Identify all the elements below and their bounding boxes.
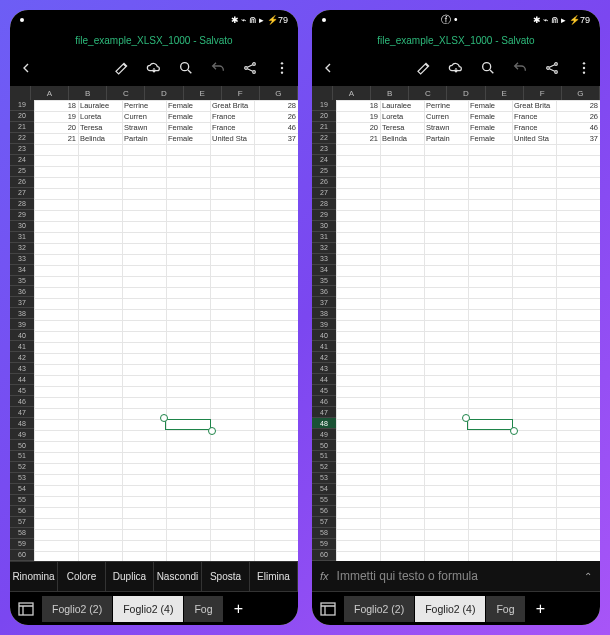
row-header[interactable]: 40 <box>10 330 34 341</box>
row-header[interactable]: 28 <box>10 199 34 210</box>
cell[interactable]: France <box>512 122 556 133</box>
row-header[interactable]: 42 <box>312 352 336 363</box>
col-header[interactable]: F <box>524 86 562 100</box>
select-all-corner[interactable] <box>10 86 31 100</box>
row-header[interactable]: 21 <box>312 122 336 133</box>
ctx-move[interactable]: Sposta <box>202 562 250 591</box>
cell[interactable]: Female <box>468 100 512 111</box>
cell[interactable]: Female <box>166 100 210 111</box>
row-header[interactable]: 50 <box>312 440 336 451</box>
add-sheet-button[interactable]: + <box>526 592 556 626</box>
tab-sheet[interactable]: Fog <box>486 596 524 622</box>
row-header[interactable]: 55 <box>10 495 34 506</box>
cell[interactable]: France <box>210 111 254 122</box>
row-header[interactable]: 28 <box>312 199 336 210</box>
row-header[interactable]: 46 <box>10 396 34 407</box>
cell[interactable]: Great Brita <box>512 100 556 111</box>
row-header[interactable]: 25 <box>10 166 34 177</box>
cell[interactable]: 26 <box>556 111 600 122</box>
cell[interactable]: Teresa <box>380 122 424 133</box>
row-header[interactable]: 35 <box>312 276 336 287</box>
cell[interactable]: 18 <box>34 100 78 111</box>
ctx-duplicate[interactable]: Duplica <box>106 562 154 591</box>
row-header[interactable]: 40 <box>312 330 336 341</box>
row-header[interactable]: 59 <box>312 539 336 550</box>
row-header[interactable]: 51 <box>10 451 34 462</box>
cell[interactable]: Loreta <box>78 111 122 122</box>
row-header[interactable]: 59 <box>10 539 34 550</box>
cell[interactable]: Curren <box>122 111 166 122</box>
ctx-color[interactable]: Colore <box>58 562 106 591</box>
row-header[interactable]: 49 <box>312 429 336 440</box>
cell[interactable]: 46 <box>254 122 298 133</box>
tab-sheet[interactable]: Foglio2 (4) <box>113 596 183 622</box>
row-header[interactable]: 47 <box>10 407 34 418</box>
col-header[interactable]: E <box>184 86 222 100</box>
ctx-hide[interactable]: Nascondi <box>154 562 202 591</box>
cell[interactable]: 37 <box>556 133 600 144</box>
sheets-icon[interactable] <box>10 602 42 616</box>
cell[interactable]: Female <box>166 122 210 133</box>
row-header[interactable]: 57 <box>10 517 34 528</box>
col-header[interactable]: B <box>371 86 409 100</box>
row-header[interactable]: 27 <box>10 188 34 199</box>
row-header[interactable]: 39 <box>312 319 336 330</box>
row-header[interactable]: 31 <box>10 232 34 243</box>
ctx-delete[interactable]: Elimina <box>250 562 298 591</box>
row-header[interactable]: 20 <box>312 111 336 122</box>
col-header[interactable]: E <box>486 86 524 100</box>
row-header[interactable]: 48 <box>10 418 34 429</box>
col-header[interactable]: B <box>69 86 107 100</box>
cell[interactable]: Teresa <box>78 122 122 133</box>
grid[interactable]: 18LauraleePerrineFemaleGreat Brita2819Lo… <box>336 100 600 561</box>
row-header[interactable]: 32 <box>10 243 34 254</box>
row-header[interactable]: 19 <box>10 100 34 111</box>
cell[interactable]: Curren <box>424 111 468 122</box>
selection-handle[interactable] <box>462 414 470 422</box>
col-header[interactable]: A <box>31 86 69 100</box>
cell[interactable]: 20 <box>336 122 380 133</box>
row-header[interactable]: 19 <box>312 100 336 111</box>
tab-sheet[interactable]: Fog <box>184 596 222 622</box>
cell[interactable]: Strawn <box>122 122 166 133</box>
row-header[interactable]: 26 <box>10 177 34 188</box>
cell[interactable]: 28 <box>556 100 600 111</box>
row-header[interactable]: 39 <box>10 319 34 330</box>
row-header[interactable]: 50 <box>10 440 34 451</box>
row-header[interactable]: 45 <box>312 385 336 396</box>
back-icon[interactable] <box>320 60 336 76</box>
cell[interactable]: Loreta <box>380 111 424 122</box>
row-header[interactable]: 34 <box>312 265 336 276</box>
row-header[interactable]: 55 <box>312 495 336 506</box>
row-header[interactable]: 33 <box>312 254 336 265</box>
row-header[interactable]: 29 <box>312 210 336 221</box>
selection-handle[interactable] <box>208 427 216 435</box>
row-header[interactable]: 37 <box>312 297 336 308</box>
cell[interactable]: Perrine <box>424 100 468 111</box>
cell[interactable]: France <box>210 122 254 133</box>
row-header[interactable]: 54 <box>312 484 336 495</box>
row-header[interactable]: 35 <box>10 276 34 287</box>
cell[interactable]: Female <box>166 133 210 144</box>
row-header[interactable]: 56 <box>312 506 336 517</box>
row-header[interactable]: 42 <box>10 352 34 363</box>
row-header[interactable]: 46 <box>312 396 336 407</box>
row-header[interactable]: 30 <box>312 221 336 232</box>
tab-sheet[interactable]: Foglio2 (2) <box>344 596 414 622</box>
row-header[interactable]: 54 <box>10 484 34 495</box>
row-header[interactable]: 41 <box>10 341 34 352</box>
cell[interactable]: Lauralee <box>78 100 122 111</box>
cell[interactable]: 20 <box>34 122 78 133</box>
sheets-icon[interactable] <box>312 602 344 616</box>
col-header[interactable]: A <box>333 86 371 100</box>
tab-sheet[interactable]: Foglio2 (4) <box>415 596 485 622</box>
share-icon[interactable] <box>242 60 258 76</box>
cell[interactable]: 46 <box>556 122 600 133</box>
row-header[interactable]: 38 <box>10 308 34 319</box>
row-header[interactable]: 43 <box>312 363 336 374</box>
col-header[interactable]: C <box>107 86 145 100</box>
row-header[interactable]: 58 <box>10 528 34 539</box>
col-header[interactable]: G <box>260 86 298 100</box>
pen-icon[interactable] <box>114 60 130 76</box>
col-header[interactable]: D <box>447 86 485 100</box>
